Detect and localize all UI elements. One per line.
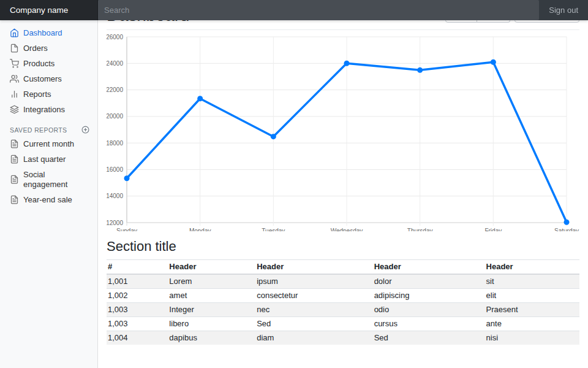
table-row: 1,004dapibusdiamSednisi	[107, 331, 579, 345]
traffic-line-chart: 2600024000220002000018000160001400012000…	[107, 33, 579, 231]
svg-text:12000: 12000	[107, 220, 123, 226]
table-cell: Lorem	[168, 274, 255, 289]
svg-text:Wednesday: Wednesday	[331, 228, 363, 231]
table-row: 1,002ametconsecteturadipiscingelit	[107, 289, 579, 303]
data-table: #HeaderHeaderHeaderHeader 1,001Loremipsu…	[107, 259, 579, 345]
sidebar-item-last-quarter[interactable]: Last quarter	[0, 151, 98, 167]
sidebar-item-label: Products	[23, 59, 55, 69]
svg-text:20000: 20000	[107, 113, 123, 120]
table-cell: 1,003	[107, 303, 168, 317]
home-icon	[10, 28, 19, 37]
column-header: Header	[373, 260, 485, 275]
table-cell: consectetur	[255, 289, 372, 303]
layers-icon	[10, 105, 19, 114]
table-cell: dolor	[373, 274, 485, 289]
table-cell: Praesent	[485, 303, 579, 317]
users-icon	[10, 74, 19, 83]
sidebar-item-current-month[interactable]: Current month	[0, 136, 98, 151]
table-cell: Integer	[168, 303, 255, 317]
saved-reports-label: Saved reports	[10, 126, 67, 134]
plus-circle-icon[interactable]	[81, 126, 89, 134]
table-cell: Sed	[373, 331, 485, 345]
column-header: #	[107, 260, 168, 275]
sidebar-item-label: Dashboard	[23, 28, 62, 38]
table-row: 1,003liberoSedcursusante	[107, 317, 579, 331]
table-cell: nec	[255, 303, 372, 317]
sidebar-item-customers[interactable]: Customers	[0, 71, 98, 86]
bar-chart-icon	[10, 90, 19, 99]
sidebar-item-integrations[interactable]: Integrations	[0, 102, 98, 117]
table-cell: amet	[168, 289, 255, 303]
table-cell: Sed	[255, 317, 372, 331]
sidebar-item-social-engagement[interactable]: Social engagement	[0, 167, 98, 192]
svg-text:Friday: Friday	[484, 228, 502, 231]
file-text-icon	[10, 175, 19, 184]
table-cell: ipsum	[255, 274, 372, 289]
table-cell: ante	[485, 317, 579, 331]
sidebar-item-label: Year-end sale	[23, 195, 72, 205]
table-cell: cursus	[373, 317, 485, 331]
section-title: Section title	[107, 239, 579, 255]
column-header: Header	[255, 260, 372, 275]
file-text-icon	[10, 139, 19, 148]
sidebar-item-orders[interactable]: Orders	[0, 40, 98, 56]
table-cell: dapibus	[168, 331, 255, 345]
table-cell: 1,001	[107, 274, 168, 289]
saved-reports-nav: Current monthLast quarterSocial engageme…	[0, 136, 98, 207]
table-cell: libero	[168, 317, 255, 331]
column-header: Header	[168, 260, 255, 275]
main-content: Dashboard Share Export This week 2600024…	[98, 0, 588, 345]
table-cell: elit	[485, 289, 579, 303]
svg-text:22000: 22000	[107, 86, 123, 93]
table-cell: sit	[485, 274, 579, 289]
sign-out-link[interactable]: Sign out	[539, 0, 588, 20]
table-cell: adipiscing	[373, 289, 485, 303]
table-cell: 1,004	[107, 331, 168, 345]
table-cell: odio	[373, 303, 485, 317]
svg-text:Thursday: Thursday	[407, 228, 433, 231]
svg-text:Sunday: Sunday	[116, 228, 137, 231]
top-navbar: Company name Sign out	[0, 0, 588, 20]
sidebar-item-dashboard[interactable]: Dashboard	[0, 25, 98, 40]
svg-text:16000: 16000	[107, 166, 123, 173]
table-cell: 1,002	[107, 289, 168, 303]
brand-link[interactable]: Company name	[0, 0, 98, 20]
sidebar-item-reports[interactable]: Reports	[0, 86, 98, 102]
table-cell: diam	[255, 331, 372, 345]
search-input[interactable]	[98, 0, 539, 20]
sidebar-nav: DashboardOrdersProductsCustomersReportsI…	[0, 25, 98, 117]
file-text-icon	[10, 195, 19, 204]
sidebar-item-label: Current month	[23, 139, 74, 149]
svg-text:Monday: Monday	[189, 228, 211, 231]
sidebar-item-label: Orders	[23, 44, 48, 53]
svg-text:18000: 18000	[107, 140, 123, 147]
column-header: Header	[485, 260, 579, 275]
sidebar-item-label: Integrations	[23, 105, 65, 115]
svg-text:24000: 24000	[107, 60, 123, 67]
svg-text:Tuesday: Tuesday	[262, 228, 285, 231]
table-cell: 1,003	[107, 317, 168, 331]
file-text-icon	[10, 155, 19, 164]
table-body: 1,001Loremipsumdolorsit1,002ametconsecte…	[107, 274, 579, 345]
table-row: 1,001Loremipsumdolorsit	[107, 274, 579, 289]
saved-reports-heading: Saved reports	[0, 123, 98, 136]
shopping-cart-icon	[10, 59, 19, 68]
table-cell: nisi	[485, 331, 579, 345]
sidebar-item-label: Last quarter	[23, 155, 66, 164]
sidebar-item-products[interactable]: Products	[0, 56, 98, 71]
sidebar-item-year-end-sale[interactable]: Year-end sale	[0, 192, 98, 207]
svg-text:14000: 14000	[107, 193, 123, 199]
table-header: #HeaderHeaderHeaderHeader	[107, 260, 579, 275]
sidebar-item-label: Customers	[23, 74, 62, 84]
svg-text:26000: 26000	[107, 34, 123, 40]
sidebar: DashboardOrdersProductsCustomersReportsI…	[0, 20, 98, 368]
sidebar-item-label: Reports	[23, 90, 51, 99]
table-row: 1,003IntegernecodioPraesent	[107, 303, 579, 317]
file-icon	[10, 44, 19, 53]
svg-text:Saturday: Saturday	[554, 228, 579, 231]
sidebar-item-label: Social engagement	[23, 170, 88, 190]
